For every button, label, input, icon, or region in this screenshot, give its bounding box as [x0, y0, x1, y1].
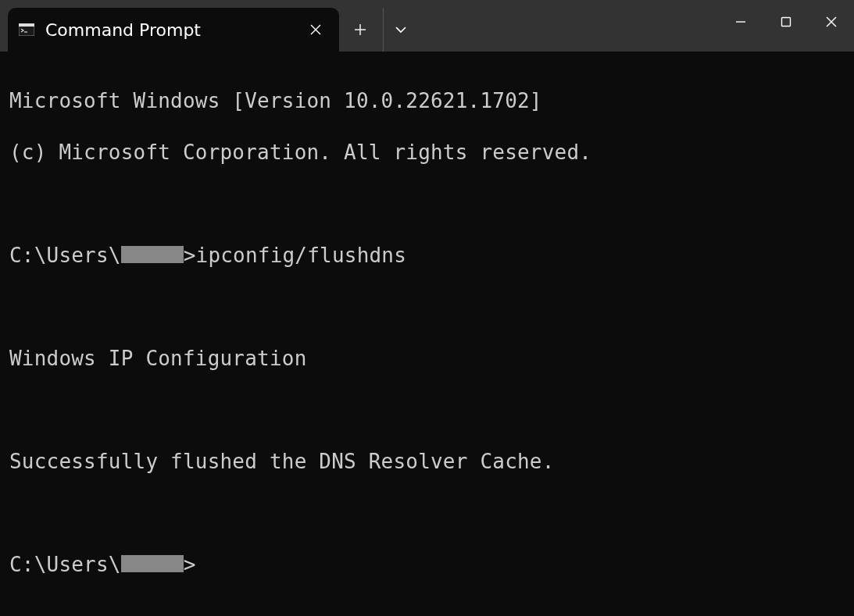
- command-prompt-icon: [19, 23, 34, 36]
- minimize-icon: [735, 16, 746, 27]
- terminal-blank-line: [9, 294, 845, 320]
- prompt-path-prefix: C:\Users\: [9, 243, 121, 269]
- prompt-suffix: >: [184, 243, 196, 269]
- maximize-button[interactable]: [763, 0, 809, 44]
- svg-rect-8: [782, 18, 791, 27]
- plus-icon: [354, 23, 366, 36]
- terminal-blank-line: [9, 191, 845, 217]
- close-tab-button[interactable]: [305, 19, 327, 41]
- terminal-output[interactable]: Microsoft Windows [Version 10.0.22621.17…: [0, 52, 854, 616]
- prompt-suffix: >: [184, 552, 196, 578]
- terminal-prompt-line: C:\Users\>ipconfig/flushdns: [9, 243, 845, 269]
- redacted-username: [121, 246, 184, 263]
- tab-title: Command Prompt: [45, 20, 305, 40]
- close-icon: [825, 16, 838, 28]
- svg-rect-1: [19, 23, 34, 27]
- terminal-output-line: Windows IP Configuration: [9, 346, 845, 372]
- terminal-output-line: Successfully flushed the DNS Resolver Ca…: [9, 449, 845, 475]
- tab-command-prompt[interactable]: Command Prompt: [8, 8, 339, 52]
- terminal-blank-line: [9, 397, 845, 423]
- tab-dropdown-button[interactable]: [383, 8, 417, 52]
- terminal-blank-line: [9, 500, 845, 526]
- terminal-prompt-line: C:\Users\>: [9, 552, 845, 578]
- maximize-icon: [781, 16, 791, 27]
- title-bar[interactable]: Command Prompt: [0, 0, 854, 52]
- terminal-command: ipconfig/flushdns: [196, 243, 407, 269]
- prompt-path-prefix: C:\Users\: [9, 552, 121, 578]
- new-tab-button[interactable]: [339, 8, 381, 52]
- redacted-username: [121, 555, 184, 572]
- window-close-button[interactable]: [809, 0, 854, 44]
- terminal-header-line: Microsoft Windows [Version 10.0.22621.17…: [9, 88, 845, 114]
- chevron-down-icon: [395, 26, 406, 34]
- terminal-header-line: (c) Microsoft Corporation. All rights re…: [9, 140, 845, 166]
- minimize-button[interactable]: [718, 0, 763, 44]
